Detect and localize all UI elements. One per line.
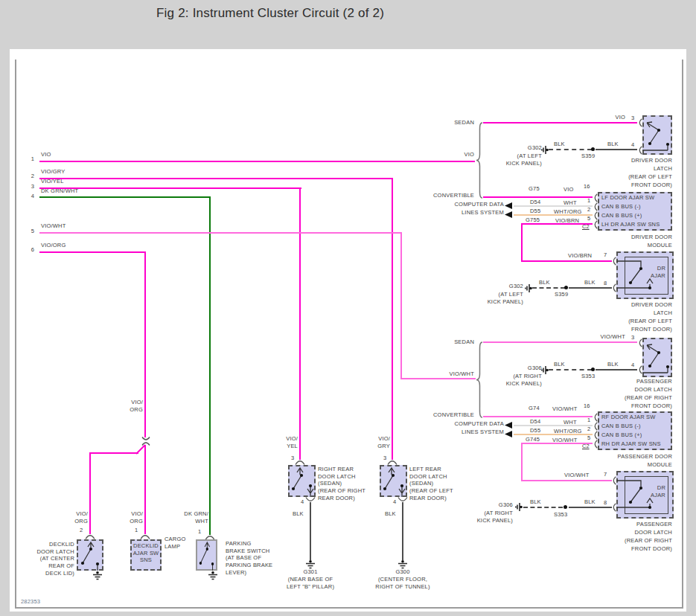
passenger-s353-ajar-splice [563, 505, 567, 509]
driver-g302-ajar-name: G302 [509, 283, 523, 289]
wire-vio-gry-drop [392, 178, 393, 460]
passenger-top-pin4: 4 [631, 362, 634, 368]
driver-top-pin3: 3 [631, 115, 634, 121]
right-rear-blk-wire [310, 502, 311, 560]
driver-arrow-can-plus-icon [505, 211, 512, 218]
wire-1-label: VIO [41, 151, 51, 158]
left-rear-latch-label: LEFT REAR DOOR LATCH (SEDAN) (REAR OF LE… [409, 466, 453, 502]
parking-pin: 1 [198, 528, 201, 535]
right-rear-latch-switch-icon [288, 465, 316, 497]
driver-row3-circuit: D55 [530, 208, 540, 215]
passenger-top-blk-a: BLK [554, 361, 565, 368]
driver-module-row4-name: LH DR AJAR SW SNS [601, 221, 660, 228]
driver-row2-circuit: D54 [530, 199, 540, 206]
diagram-code: 282353 [21, 598, 40, 606]
driver-row1-pin: 16 [584, 183, 590, 190]
driver-brace-icon [476, 121, 483, 199]
driver-g302-top-loc: (AT LEFT KICK PANEL) [506, 153, 542, 167]
driver-top-pin3-arc-icon [637, 118, 642, 127]
passenger-row4-pin: 5 [587, 434, 590, 441]
wire-dk-grn-wht-drop [209, 196, 211, 535]
driver-module-pin1-arc-icon [593, 202, 598, 211]
driver-row2-wire: WHT [563, 199, 577, 207]
driver-module-label: DRIVER DOOR MODULE [613, 233, 672, 249]
wire-1-number: 1 [27, 155, 34, 162]
passenger-ajar-blk-wire [569, 507, 612, 508]
wire-vio-yel [39, 187, 301, 189]
parking-brake-label: PARKING BRAKE SWITCH (AT BASE OF PARKING… [226, 540, 272, 577]
wire-5-label: VIO/WHT [41, 222, 66, 230]
driver-vio-brn-loop-wire [521, 260, 612, 262]
wire-2-number: 2 [27, 173, 34, 179]
driver-ajar-blk-dashed-wire [532, 287, 565, 289]
driver-ajar-blk-wire [569, 287, 612, 289]
driver-s359-top-splice [591, 147, 595, 151]
driver-top-latch-switch-icon [642, 115, 672, 155]
driver-ajar-switch-label: DR AJAR [645, 265, 665, 279]
left-rear-blk-label: BLK [385, 510, 396, 518]
left-rear-latch-switch-icon [380, 465, 407, 497]
driver-g302-top-name: G302 [528, 144, 542, 151]
passenger-loop-wire [521, 480, 612, 481]
passenger-wht-wire [514, 425, 593, 426]
wire-vio-org-branch-drop [89, 452, 91, 534]
g301-location: (NEAR BASE OF LEFT "B" PILLAR) [266, 576, 355, 590]
driver-computer-data-label: COMPUTER DATA LINES SYSTEM [444, 200, 504, 216]
wire-6-number: 6 [27, 246, 34, 253]
passenger-module-label: PASSENGER DOOR MODULE [598, 452, 672, 469]
passenger-top-wire-label: VIO/WHT [593, 333, 625, 341]
passenger-s353-top-label: S353 [581, 373, 595, 380]
passenger-s353-top-splice [591, 368, 595, 371]
decklid-sns-box-text: DECKLID AJAR SW SNS [130, 542, 162, 564]
driver-module-row3-name: CAN B BUS (+) [601, 212, 642, 219]
passenger-top-blk-dashed-wire [549, 369, 592, 370]
decklid-latch-switch-icon [77, 539, 103, 571]
driver-ajar-blk-b: BLK [584, 279, 596, 286]
left-rear-pin-arc-top-icon [387, 459, 398, 465]
driver-top-pin4-arc-icon [637, 146, 642, 155]
diagram-frame [15, 60, 683, 609]
driver-top-blk-b: BLK [607, 141, 619, 148]
passenger-ajar-blk-dashed-wire [523, 507, 563, 508]
driver-row3-wire: WHT/ORG [554, 208, 582, 216]
wire-vio-org-mid-label: VIO/ ORG [118, 399, 143, 413]
driver-g302-ajar-label: G302 (AT LEFT KICK PANEL) [471, 283, 523, 307]
passenger-g306-top-loc: (AT RIGHT KICK PANEL) [506, 373, 542, 388]
parking-wire-label: DK GRN/ WHT [177, 510, 208, 524]
driver-vio-brn-loop-drop [521, 223, 523, 262]
passenger-ajar-pin8: 8 [604, 499, 607, 506]
wire-vio-yel-drop [299, 187, 301, 460]
driver-module-row1-name: LF DOOR AJAR SW [601, 194, 654, 202]
passenger-row2-pin: 1 [587, 417, 590, 423]
wire-vio-org-drop-upper [144, 251, 146, 437]
passenger-top-latch-label: PASSENGER DOOR LATCH (REAR OF RIGHT FRON… [605, 377, 672, 410]
passenger-row4-wire: VIO/WHT [552, 437, 577, 444]
right-rear-pin-arc-top-icon [295, 459, 305, 465]
passenger-s353-ajar-label: S353 [554, 511, 567, 519]
passenger-row3-pin: 2 [587, 426, 590, 432]
wire-vio-org-drop-lower [144, 445, 146, 534]
g301-label: G301 [294, 568, 327, 576]
driver-sedan-label: SEDAN [444, 119, 474, 126]
driver-convertible-wire [483, 196, 593, 198]
driver-ajar-latch-label: DRIVER DOOR LATCH (REAR OF LEFT FRONT DO… [613, 301, 672, 333]
passenger-arrow-can-minus-icon [505, 422, 512, 429]
passenger-brace-icon [476, 341, 483, 419]
passenger-module-pin1-arc-icon [593, 422, 598, 431]
driver-g302-top-label: G302 (AT LEFT KICK PANEL) [490, 144, 542, 168]
passenger-g306-ajar-label: G306 (AT RIGHT KICK PANEL) [461, 501, 513, 525]
passenger-top-blk-b: BLK [607, 361, 619, 368]
wire-6-label: VIO/ORG [41, 242, 66, 249]
passenger-module-row4-name: RH DR AJAR SW SNS [601, 440, 661, 448]
driver-top-pin4: 4 [631, 141, 634, 148]
parking-brake-ground-icon [208, 571, 218, 580]
passenger-top-blk-wire [596, 369, 637, 370]
passenger-ajar-wire-label: VIO/WHT [564, 472, 589, 479]
passenger-computer-data-label: COMPUTER DATA LINES SYSTEM [444, 420, 504, 436]
passenger-top-pin3-arc-icon [637, 339, 642, 347]
passenger-module-pin2-arc-icon [593, 431, 598, 440]
decklid-latch-wire-label: VIO/ ORG [64, 510, 88, 524]
wiring-diagram-page: Fig 2: Instrument Cluster Circuit (2 of … [0, 0, 696, 616]
passenger-row4-circuit: G745 [526, 436, 540, 443]
wire-vio [39, 161, 475, 162]
